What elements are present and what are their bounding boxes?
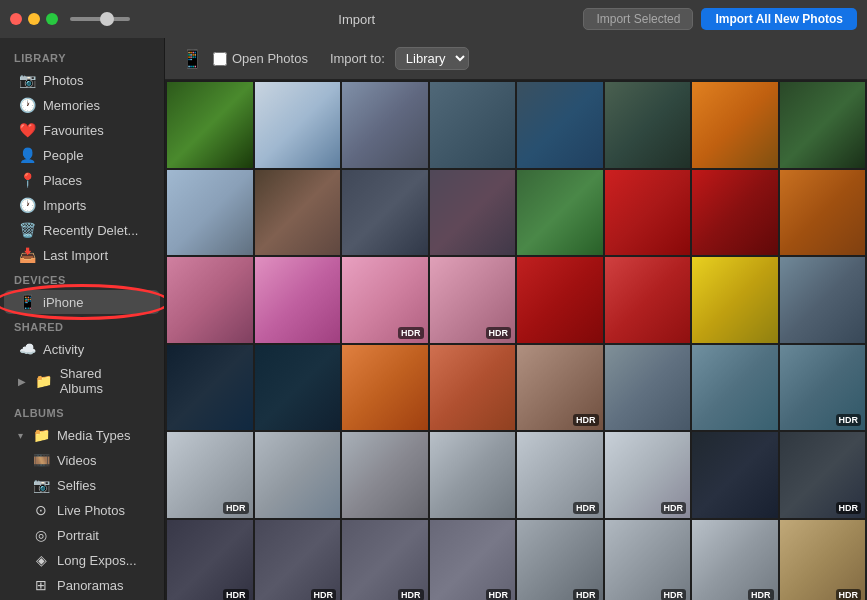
- photo-cell[interactable]: [342, 432, 428, 518]
- sidebar-item-photos[interactable]: 📷 Photos: [4, 68, 160, 92]
- sidebar-item-media-types[interactable]: ▾ 📁 Media Types: [4, 423, 160, 447]
- places-icon: 📍: [18, 172, 36, 188]
- photo-cell[interactable]: [780, 257, 866, 343]
- sidebar-item-label: Imports: [43, 198, 86, 213]
- sidebar-item-last-import[interactable]: 📥 Last Import: [4, 243, 160, 267]
- disclosure-icon: ▶: [18, 376, 26, 387]
- photo-cell[interactable]: [167, 82, 253, 168]
- photo-cell[interactable]: [692, 170, 778, 256]
- imports-icon: 🕐: [18, 197, 36, 213]
- sidebar-item-activity[interactable]: ☁️ Activity: [4, 337, 160, 361]
- sidebar-item-label: Videos: [57, 453, 97, 468]
- import-all-button[interactable]: Import All New Photos: [701, 8, 857, 30]
- photo-cell[interactable]: HDR: [517, 520, 603, 601]
- shared-albums-icon: 📁: [35, 373, 53, 389]
- photo-cell[interactable]: [255, 82, 341, 168]
- import-selected-button[interactable]: Import Selected: [583, 8, 693, 30]
- photo-cell[interactable]: [780, 82, 866, 168]
- sidebar-item-label: Portrait: [57, 528, 99, 543]
- photo-cell[interactable]: HDR: [780, 520, 866, 601]
- sidebar-item-label: Live Photos: [57, 503, 125, 518]
- photo-cell[interactable]: HDR: [342, 257, 428, 343]
- photo-cell[interactable]: HDR: [255, 520, 341, 601]
- photo-cell[interactable]: [605, 345, 691, 431]
- sidebar-item-label: Selfies: [57, 478, 96, 493]
- photo-cell[interactable]: HDR: [780, 345, 866, 431]
- photo-cell[interactable]: [430, 170, 516, 256]
- photo-cell[interactable]: [692, 345, 778, 431]
- sidebar-item-selfies[interactable]: 📷 Selfies: [4, 473, 160, 497]
- sidebar-item-people[interactable]: 👤 People: [4, 143, 160, 167]
- hdr-badge: HDR: [223, 589, 249, 600]
- photo-cell[interactable]: [605, 82, 691, 168]
- photo-cell[interactable]: [430, 432, 516, 518]
- slider-thumb: [100, 12, 114, 26]
- hdr-badge: HDR: [398, 327, 424, 339]
- sidebar-item-portrait[interactable]: ◎ Portrait: [4, 523, 160, 547]
- photo-cell[interactable]: [342, 345, 428, 431]
- photo-cell[interactable]: [255, 432, 341, 518]
- photo-cell[interactable]: HDR: [517, 345, 603, 431]
- photo-cell[interactable]: HDR: [430, 257, 516, 343]
- photo-cell[interactable]: HDR: [167, 520, 253, 601]
- photo-cell[interactable]: [430, 82, 516, 168]
- photo-cell[interactable]: [692, 257, 778, 343]
- sidebar-item-imports[interactable]: 🕐 Imports: [4, 193, 160, 217]
- photo-cell[interactable]: [167, 345, 253, 431]
- minimize-button[interactable]: [28, 13, 40, 25]
- photo-cell[interactable]: [692, 82, 778, 168]
- photo-cell[interactable]: [692, 432, 778, 518]
- titlebar: Import Import Selected Import All New Ph…: [0, 0, 867, 38]
- photo-cell[interactable]: [167, 257, 253, 343]
- sidebar-item-videos[interactable]: 🎞️ Videos: [4, 448, 160, 472]
- sidebar-item-label: People: [43, 148, 83, 163]
- iphone-icon: 📱: [18, 294, 36, 310]
- hdr-badge: HDR: [398, 589, 424, 600]
- open-photos-checkbox[interactable]: [213, 52, 227, 66]
- maximize-button[interactable]: [46, 13, 58, 25]
- photo-cell[interactable]: HDR: [430, 520, 516, 601]
- hdr-badge: HDR: [573, 589, 599, 600]
- photo-cell[interactable]: HDR: [167, 432, 253, 518]
- photo-cell[interactable]: [517, 257, 603, 343]
- zoom-slider[interactable]: [70, 17, 130, 21]
- favourites-icon: ❤️: [18, 122, 36, 138]
- sidebar-item-label: Photos: [43, 73, 83, 88]
- sidebar-item-live-photos[interactable]: ⊙ Live Photos: [4, 498, 160, 522]
- photo-cell[interactable]: [780, 170, 866, 256]
- photo-cell[interactable]: HDR: [517, 432, 603, 518]
- photo-cell[interactable]: [342, 170, 428, 256]
- photo-cell[interactable]: [517, 170, 603, 256]
- sidebar-item-favourites[interactable]: ❤️ Favourites: [4, 118, 160, 142]
- sidebar-item-iphone[interactable]: 📱 iPhone: [4, 290, 160, 314]
- sidebar-item-long-exposure[interactable]: ◈ Long Expos...: [4, 548, 160, 572]
- photo-cell[interactable]: [605, 257, 691, 343]
- shared-section-header: Shared: [0, 315, 164, 336]
- photo-cell[interactable]: [605, 170, 691, 256]
- sidebar-item-memories[interactable]: 🕐 Memories: [4, 93, 160, 117]
- recently-deleted-icon: 🗑️: [18, 222, 36, 238]
- sidebar-item-label: Favourites: [43, 123, 104, 138]
- photo-cell[interactable]: [255, 345, 341, 431]
- photo-cell[interactable]: [255, 257, 341, 343]
- photo-cell[interactable]: [430, 345, 516, 431]
- photo-cell[interactable]: [167, 170, 253, 256]
- photo-cell[interactable]: [255, 170, 341, 256]
- close-button[interactable]: [10, 13, 22, 25]
- sidebar-item-places[interactable]: 📍 Places: [4, 168, 160, 192]
- sidebar-item-panoramas[interactable]: ⊞ Panoramas: [4, 573, 160, 597]
- photo-cell[interactable]: [342, 82, 428, 168]
- sidebar-item-shared-albums[interactable]: ▶ 📁 Shared Albums: [4, 362, 160, 400]
- photo-cell[interactable]: HDR: [342, 520, 428, 601]
- photo-cell[interactable]: HDR: [605, 520, 691, 601]
- import-to-select[interactable]: Library: [395, 47, 469, 70]
- open-photos-label: Open Photos: [232, 51, 308, 66]
- sidebar-item-recently-deleted[interactable]: 🗑️ Recently Delet...: [4, 218, 160, 242]
- photo-cell[interactable]: HDR: [692, 520, 778, 601]
- window-title: Import: [130, 12, 583, 27]
- photo-cell[interactable]: HDR: [780, 432, 866, 518]
- photo-cell[interactable]: [517, 82, 603, 168]
- photo-cell[interactable]: HDR: [605, 432, 691, 518]
- activity-icon: ☁️: [18, 341, 36, 357]
- hdr-badge: HDR: [836, 589, 862, 600]
